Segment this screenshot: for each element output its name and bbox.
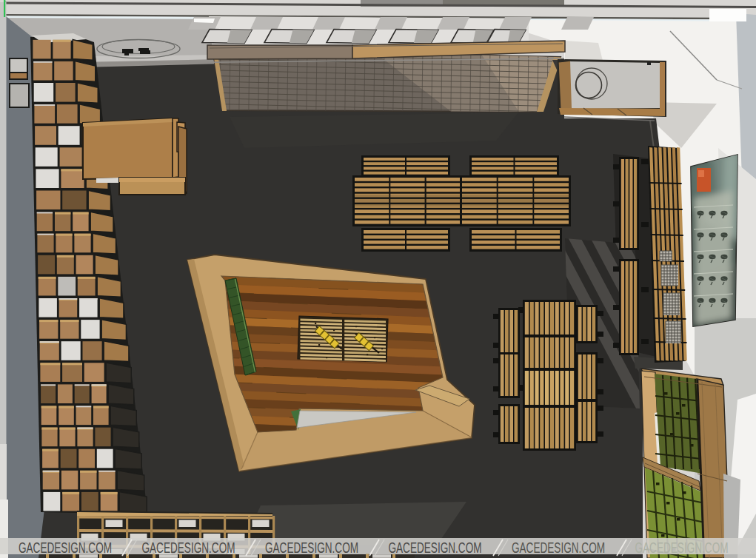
svg-text:GACEDESIGN.COM: GACEDESIGN.COM	[512, 539, 605, 556]
svg-text:GACEDESIGN.COM: GACEDESIGN.COM	[142, 539, 235, 556]
svg-text:GACEDESIGN.COM: GACEDESIGN.COM	[19, 539, 112, 556]
svg-text:GACEDESIGN.COM: GACEDESIGN.COM	[265, 539, 358, 556]
svg-text:GACEDESIGN.COM: GACEDESIGN.COM	[389, 539, 482, 556]
svg-text:GACEDESIGN.COM: GACEDESIGN.COM	[635, 539, 729, 556]
